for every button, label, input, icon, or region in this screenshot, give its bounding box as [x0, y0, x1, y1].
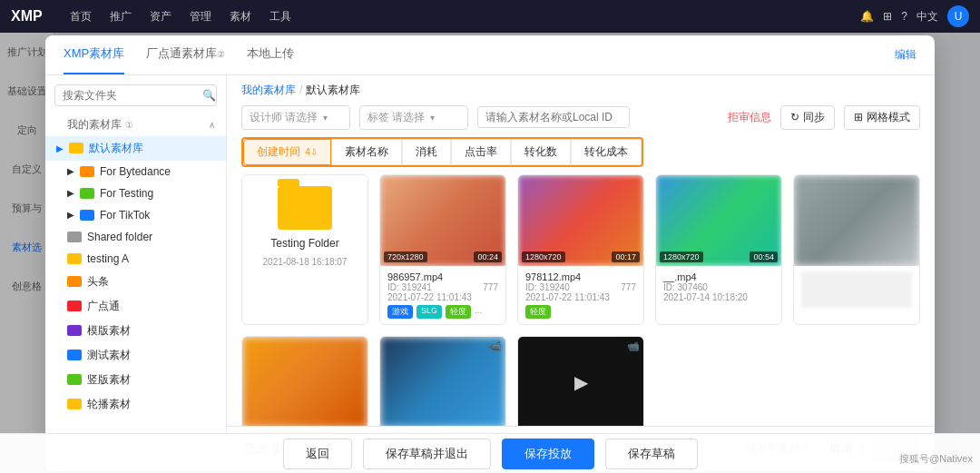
- modal-overlay: XMP素材库 厂点通素材库② 本地上传 编辑 🔍: [0, 33, 980, 473]
- filter-row: 设计师 请选择 ▾ 标签 请选择 ▾ 拒审信息 ↻ 同步: [227, 105, 935, 137]
- video-camera-icon: 📹: [489, 340, 502, 352]
- sort-tab-cost[interactable]: 转化成本: [571, 139, 642, 165]
- help-icon[interactable]: ?: [901, 10, 907, 23]
- breadcrumb-separator: /: [299, 84, 302, 96]
- asset-thumb-r2-4: ▶ 📹: [518, 337, 643, 426]
- breadcrumb: 我的素材库 / 默认素材库: [227, 75, 935, 105]
- asset-card-row2-3[interactable]: 📹: [379, 336, 506, 426]
- asset-name-2: 978112.mp4: [525, 271, 636, 282]
- asset-card-row2-4[interactable]: ▶ 📹: [517, 336, 644, 426]
- modal-tabs: XMP素材库 厂点通素材库② 本地上传 编辑: [45, 35, 935, 75]
- nav-material[interactable]: 素材: [230, 9, 251, 25]
- sort-tab-created[interactable]: 创建时间 4⇩: [243, 139, 331, 165]
- asset-info-3: __.mp4 ID: 307460 2021-07-14 10:18:20: [656, 266, 781, 308]
- asset-count-1: 777: [483, 282, 498, 292]
- sort-badge: 4⇩: [305, 147, 318, 157]
- back-button[interactable]: 返回: [283, 439, 352, 469]
- folder-item-tiktok[interactable]: ▶ For TikTok: [45, 204, 226, 226]
- asset-id-3: ID: 307460: [663, 282, 708, 292]
- folder-icon-gdp: [67, 301, 82, 311]
- asset-thumb-r2-1: [794, 175, 919, 266]
- nav-assets[interactable]: 资产: [150, 9, 172, 25]
- folder-item-toutiao[interactable]: 头条: [45, 270, 226, 294]
- folder-item-testing[interactable]: ▶ For Testing: [45, 182, 226, 204]
- asset-info-1: 986957.mp4 ID: 319241 777 2021-07-22 11:…: [380, 266, 505, 324]
- sync-button[interactable]: ↻ 同步: [780, 105, 835, 130]
- folder-item-vertical[interactable]: 竖版素材: [45, 368, 226, 392]
- asset-card-row2-1[interactable]: [793, 174, 920, 325]
- folder-item-default[interactable]: ▶ 默认素材库: [45, 136, 226, 161]
- designer-select[interactable]: 设计师 请选择 ▾: [241, 105, 350, 130]
- sort-tab-name[interactable]: 素材名称: [331, 139, 402, 165]
- folder-icon-testing: [80, 188, 94, 199]
- folder-item-bytedance[interactable]: ▶ For Bytedance: [45, 161, 226, 182]
- tag-select[interactable]: 标签 请选择 ▾: [359, 105, 468, 130]
- asset-info-r2-1: [794, 266, 919, 313]
- nav-promote[interactable]: 推广: [110, 9, 132, 25]
- folder-icon-bytedance: [80, 166, 94, 177]
- save-export-button[interactable]: 保存草稿并退出: [363, 439, 491, 469]
- lang-switch[interactable]: 中文: [916, 9, 938, 25]
- tab-gdp-library[interactable]: 厂点通素材库②: [146, 35, 225, 75]
- folder-item-shared[interactable]: Shared folder: [45, 226, 226, 248]
- folder-search-input[interactable]: [63, 89, 199, 102]
- chevron-right-3: ▶: [67, 188, 74, 198]
- avatar[interactable]: U: [947, 5, 969, 27]
- folder-item-gdp[interactable]: 广点通: [45, 294, 226, 319]
- sort-tabs-group: 创建时间 4⇩ 素材名称 消耗 点击率 转化数 转化成本: [241, 137, 643, 167]
- tab-xmp-library[interactable]: XMP素材库: [64, 35, 124, 75]
- sort-tab-spend[interactable]: 消耗: [402, 139, 451, 165]
- nav-manage[interactable]: 管理: [190, 9, 211, 25]
- asset-card-307460[interactable]: 1280x720 00:54 __.mp4 ID: 307460 2021-07…: [655, 174, 782, 325]
- bell-icon[interactable]: 🔔: [860, 10, 874, 23]
- section-header: 我的素材库 ① ∧: [45, 113, 226, 136]
- save-button[interactable]: 保存草稿: [605, 439, 698, 469]
- asset-info-2: 978112.mp4 ID: 319240 777 2021-07-22 11:…: [518, 266, 643, 324]
- info-icon: ①: [125, 120, 133, 130]
- folder-icon-toutiao: [67, 276, 82, 287]
- sort-tab-conversions[interactable]: 转化数: [511, 139, 571, 165]
- tag-game: 游戏: [387, 305, 413, 319]
- section-chevron[interactable]: ∧: [209, 120, 215, 130]
- play-icon: ▶: [574, 371, 588, 393]
- chevron-right-4: ▶: [67, 210, 74, 220]
- folder-icon-default: [69, 143, 83, 153]
- chevron-right: ▶: [56, 143, 64, 153]
- asset-card-testing-folder[interactable]: Testing Folder 2021-08-18 16:18:07: [241, 174, 368, 325]
- folder-item-carousel[interactable]: 轮播素材: [45, 392, 226, 417]
- folder-icon-tiktok: [80, 210, 94, 221]
- tag-chevron: ▾: [430, 113, 435, 123]
- search-input[interactable]: [477, 106, 630, 128]
- breadcrumb-parent[interactable]: 我的素材库: [241, 83, 296, 98]
- resolution-badge-1: 720x1280: [384, 251, 427, 262]
- asset-thumb-1: 720x1280 00:24: [380, 175, 505, 266]
- asset-grid-items: Testing Folder 2021-08-18 16:18:07 720x1…: [241, 174, 920, 426]
- asset-id-2: ID: 319240: [525, 282, 570, 292]
- nav-tools[interactable]: 工具: [270, 9, 291, 25]
- asset-card-row2-2[interactable]: [241, 336, 368, 426]
- tag-light-2: 轻度: [525, 305, 551, 319]
- folder-item-template[interactable]: 模版素材: [45, 319, 226, 343]
- tag-light: 轻度: [446, 305, 471, 319]
- tag-slg: SLG: [416, 305, 442, 319]
- duration-badge-3: 00:54: [750, 251, 778, 262]
- asset-card-978112[interactable]: 1280x720 00:17 978112.mp4 ID: 319240 777: [517, 174, 644, 325]
- video-icon-r2-4: 📹: [627, 340, 640, 352]
- nav-home[interactable]: 首页: [70, 9, 92, 25]
- edit-link[interactable]: 编辑: [895, 47, 916, 63]
- grid-mode-button[interactable]: ⊞ 网格模式: [844, 105, 920, 130]
- folder-icon-vertical: [67, 374, 82, 385]
- sort-row: 创建时间 4⇩ 素材名称 消耗 点击率 转化数 转化成本: [227, 137, 935, 174]
- grid-icon[interactable]: ⊞: [883, 10, 892, 23]
- asset-card-986957[interactable]: 720x1280 00:24 986957.mp4 ID: 319241 777: [379, 174, 506, 325]
- search-icon: 🔍: [202, 89, 216, 102]
- next-button[interactable]: 保存投放: [502, 439, 594, 469]
- folder-icon-template: [67, 325, 82, 336]
- reject-info[interactable]: 拒审信息: [728, 110, 771, 125]
- folder-item-test-material[interactable]: 测试素材: [45, 343, 226, 368]
- asset-library-modal: XMP素材库 厂点通素材库② 本地上传 编辑 🔍: [45, 35, 935, 471]
- folder-item-testing-a[interactable]: testing A: [45, 248, 226, 270]
- asset-grid: Testing Folder 2021-08-18 16:18:07 720x1…: [227, 174, 935, 426]
- tab-local-upload[interactable]: 本地上传: [247, 35, 294, 75]
- sort-tab-ctr[interactable]: 点击率: [451, 139, 511, 165]
